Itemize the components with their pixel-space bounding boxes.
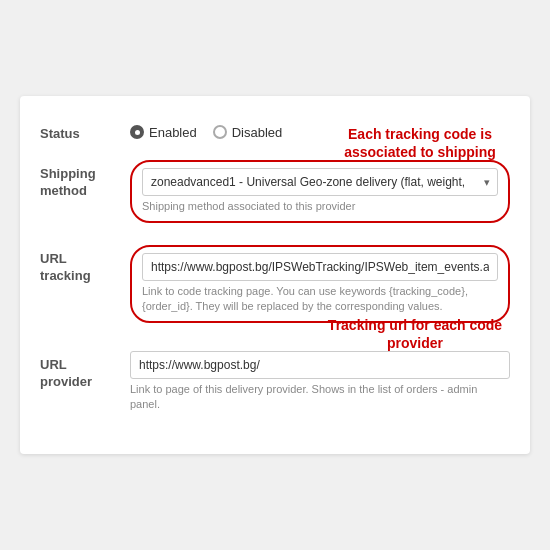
enabled-radio[interactable]	[130, 125, 144, 139]
url-provider-content: Link to page of this delivery provider. …	[130, 351, 510, 413]
url-tracking-outlined-box: Link to code tracking page. You can use …	[130, 245, 510, 323]
shipping-method-row: Shipping method zoneadvanced1 - Universa…	[40, 160, 510, 222]
annotation-tracking-code: Each tracking code is associated to ship…	[330, 125, 510, 161]
shipping-method-label: Shipping method	[40, 160, 130, 200]
disabled-radio[interactable]	[213, 125, 227, 139]
shipping-method-select-wrapper: zoneadvanced1 - Universal Geo-zone deliv…	[142, 168, 498, 196]
url-provider-row: URL provider Link to page of this delive…	[40, 351, 510, 413]
url-tracking-content: Link to code tracking page. You can use …	[130, 245, 510, 323]
enabled-option[interactable]: Enabled	[130, 125, 197, 140]
disabled-label: Disabled	[232, 125, 283, 140]
shipping-method-hint: Shipping method associated to this provi…	[142, 199, 498, 214]
status-label: Status	[40, 120, 130, 143]
shipping-method-select[interactable]: zoneadvanced1 - Universal Geo-zone deliv…	[142, 168, 498, 196]
annotation-tracking-url: Tracking url for each code provider	[320, 316, 510, 352]
url-provider-input[interactable]	[130, 351, 510, 379]
url-tracking-row: URL tracking Link to code tracking page.…	[40, 245, 510, 323]
settings-card: Status Enabled Disabled Each tracking co…	[20, 96, 530, 455]
status-content: Enabled Disabled Each tracking code is a…	[130, 123, 510, 140]
enabled-label: Enabled	[149, 125, 197, 140]
shipping-method-content: zoneadvanced1 - Universal Geo-zone deliv…	[130, 160, 510, 222]
url-provider-label: URL provider	[40, 351, 130, 391]
url-tracking-input[interactable]	[142, 253, 498, 281]
url-provider-hint: Link to page of this delivery provider. …	[130, 382, 510, 413]
radio-group: Enabled Disabled	[130, 123, 282, 140]
shipping-outlined-box: zoneadvanced1 - Universal Geo-zone deliv…	[130, 160, 510, 222]
status-row: Status Enabled Disabled Each tracking co…	[40, 120, 510, 143]
disabled-option[interactable]: Disabled	[213, 125, 283, 140]
url-tracking-hint: Link to code tracking page. You can use …	[142, 284, 498, 315]
url-tracking-label: URL tracking	[40, 245, 130, 285]
